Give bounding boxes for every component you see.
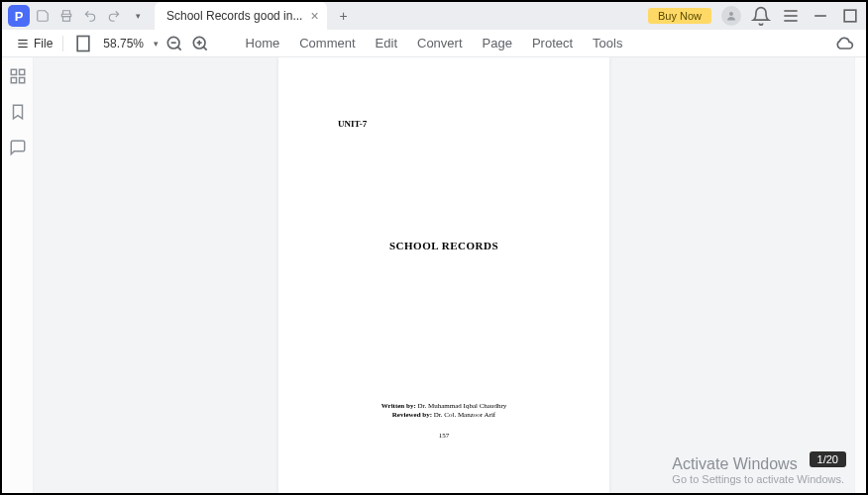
svg-point-1 xyxy=(729,12,733,16)
page-number: 157 xyxy=(278,432,609,440)
menu-protect[interactable]: Protect xyxy=(532,36,573,50)
document-canvas[interactable]: UNIT-7 SCHOOL RECORDS Written by: Dr. Mu… xyxy=(34,57,854,493)
print-icon[interactable] xyxy=(55,5,77,27)
page-indicator[interactable]: 1/20 xyxy=(810,451,846,467)
workspace: UNIT-7 SCHOOL RECORDS Written by: Dr. Mu… xyxy=(2,57,866,493)
svg-rect-18 xyxy=(11,69,16,74)
svg-rect-19 xyxy=(19,69,24,74)
written-by-value: Dr. Muhammad Iqbal Chaudhry xyxy=(416,402,507,410)
titlebar: P ▾ School Records good in... × + Buy No… xyxy=(2,2,866,30)
svg-line-13 xyxy=(177,47,180,50)
unit-heading: UNIT-7 xyxy=(338,119,367,129)
thumbnails-icon[interactable] xyxy=(9,67,27,85)
file-label: File xyxy=(34,37,53,50)
buy-now-button[interactable]: Buy Now xyxy=(648,8,711,24)
maximize-icon[interactable] xyxy=(840,6,860,26)
undo-icon[interactable] xyxy=(79,5,101,27)
zoom-dropdown-icon[interactable]: ▾ xyxy=(154,39,159,49)
menu-convert[interactable]: Convert xyxy=(417,36,463,50)
svg-line-17 xyxy=(203,47,206,50)
menu-tools[interactable]: Tools xyxy=(593,36,622,50)
dropdown-icon[interactable]: ▾ xyxy=(127,5,149,27)
menu-edit[interactable]: Edit xyxy=(376,36,397,50)
tab-title: School Records good in... xyxy=(166,9,302,23)
cloud-icon[interactable] xyxy=(834,34,854,53)
add-tab-button[interactable]: + xyxy=(333,5,355,27)
menu-icon[interactable] xyxy=(781,6,801,26)
bookmark-icon[interactable] xyxy=(9,103,27,121)
app-logo[interactable]: P xyxy=(8,5,30,27)
svg-rect-21 xyxy=(19,78,24,83)
tab-active[interactable]: School Records good in... × xyxy=(155,2,327,30)
zoom-level[interactable]: 58.75% xyxy=(99,37,148,50)
left-sidebar xyxy=(2,57,34,493)
minimize-icon[interactable] xyxy=(811,6,830,26)
comment-icon[interactable] xyxy=(9,139,27,156)
toolbar-left: File 58.75% ▾ xyxy=(2,34,210,53)
close-icon[interactable]: × xyxy=(310,8,318,24)
save-icon[interactable] xyxy=(32,5,54,27)
authors-block: Written by: Dr. Muhammad Iqbal Chaudhry … xyxy=(278,402,609,420)
reviewed-by-value: Dr. Col. Manzoor Arif xyxy=(432,411,495,419)
menu-comment[interactable]: Comment xyxy=(299,36,355,50)
divider xyxy=(62,36,63,51)
bell-icon[interactable] xyxy=(751,6,771,26)
reviewed-by-label: Reviewed by: xyxy=(392,411,432,419)
file-menu[interactable]: File xyxy=(16,37,53,50)
redo-icon[interactable] xyxy=(103,5,125,27)
titlebar-left: P ▾ xyxy=(2,5,149,27)
zoom-out-icon[interactable] xyxy=(164,34,184,53)
svg-rect-10 xyxy=(78,36,90,50)
avatar[interactable] xyxy=(721,6,741,26)
written-by-label: Written by: xyxy=(381,402,416,410)
toolbar: File 58.75% ▾ Home Comment Edit Convert … xyxy=(2,30,866,57)
titlebar-right: Buy Now xyxy=(648,2,860,30)
svg-rect-20 xyxy=(11,78,16,83)
zoom-in-icon[interactable] xyxy=(190,34,210,53)
svg-rect-0 xyxy=(63,17,70,22)
view-mode-icon[interactable] xyxy=(73,34,93,53)
menu-home[interactable]: Home xyxy=(246,36,280,50)
document-page: UNIT-7 SCHOOL RECORDS Written by: Dr. Mu… xyxy=(278,57,609,493)
menu-page[interactable]: Page xyxy=(483,36,512,50)
svg-rect-6 xyxy=(844,10,856,22)
right-sidebar xyxy=(854,57,866,493)
menubar: Home Comment Edit Convert Page Protect T… xyxy=(246,36,623,50)
document-title: SCHOOL RECORDS xyxy=(278,240,609,251)
